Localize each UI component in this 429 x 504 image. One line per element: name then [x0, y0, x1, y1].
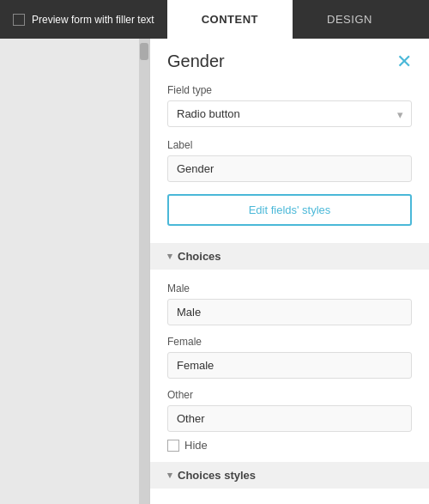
field-type-group: Field type Radio button: [167, 84, 412, 127]
choice-male-input[interactable]: [167, 299, 412, 325]
label-group: Label: [167, 139, 412, 182]
choices-styles-section-header[interactable]: ▾ Choices styles: [150, 462, 429, 489]
sidebar-scrollbar[interactable]: [139, 39, 149, 504]
tab-design[interactable]: DESIGN: [293, 0, 407, 39]
field-title: Gender: [167, 52, 225, 71]
hide-label: Hide: [184, 439, 208, 452]
field-type-select[interactable]: Radio button: [167, 100, 412, 127]
content-panel: Gender ✕ Field type Radio button Label E…: [150, 39, 429, 504]
preview-checkbox[interactable]: [13, 14, 25, 26]
choices-section-header[interactable]: ▾ Choices: [150, 243, 429, 270]
choice-female-input[interactable]: [167, 352, 412, 379]
choices-section-label: Choices: [178, 250, 221, 263]
choice-other-group: Other Hide: [167, 389, 412, 452]
label-label: Label: [167, 139, 412, 151]
choice-female-label: Female: [167, 336, 412, 348]
header: Preview form with filler text CONTENT DE…: [0, 0, 429, 39]
choices-chevron-icon: ▾: [167, 251, 172, 262]
field-title-row: Gender ✕: [167, 52, 412, 71]
field-type-select-wrapper: Radio button: [167, 100, 412, 127]
edit-styles-button[interactable]: Edit fields' styles: [167, 194, 412, 226]
label-input[interactable]: [167, 155, 412, 182]
sidebar: [0, 39, 150, 504]
hide-row: Hide: [167, 439, 412, 452]
choice-other-input[interactable]: [167, 405, 412, 432]
choice-male-group: Male: [167, 282, 412, 325]
choice-female-group: Female: [167, 336, 412, 379]
preview-label: Preview form with filler text: [32, 14, 154, 26]
field-type-label: Field type: [167, 84, 412, 96]
preview-section: Preview form with filler text: [0, 0, 167, 39]
choices-styles-label: Choices styles: [178, 469, 256, 482]
choice-male-label: Male: [167, 282, 412, 295]
main-layout: Gender ✕ Field type Radio button Label E…: [0, 39, 429, 504]
close-button[interactable]: ✕: [396, 52, 412, 71]
field-editor: Gender ✕ Field type Radio button Label E…: [150, 39, 429, 501]
hide-checkbox[interactable]: [167, 440, 179, 452]
tab-content[interactable]: CONTENT: [167, 0, 293, 39]
choices-styles-chevron-icon: ▾: [167, 470, 172, 481]
scroll-thumb: [140, 43, 148, 60]
choice-other-label: Other: [167, 389, 412, 401]
